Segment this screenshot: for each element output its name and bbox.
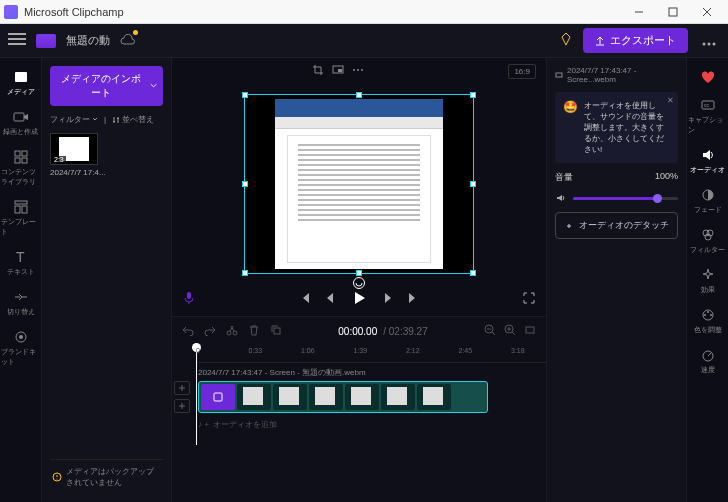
svg-rect-17 [15,206,20,213]
skip-end-button[interactable] [406,291,420,309]
svg-rect-18 [22,206,27,213]
zoom-out-button[interactable] [484,324,496,338]
rotate-handle[interactable] [353,277,365,289]
duplicate-button[interactable] [270,324,282,338]
resize-handle[interactable] [242,270,248,276]
export-button[interactable]: エクスポート [583,28,688,53]
tip-emoji-icon: 🤩 [563,100,578,155]
cloud-sync-icon[interactable] [120,32,136,50]
voiceover-button[interactable] [182,291,196,309]
window-titlebar: Microsoft Clipchamp [0,0,728,24]
left-nav-rail: メディア 録画と作成 コンテンツライブラリ テンプレート Tテキスト 切り替え … [0,58,42,502]
window-close-button[interactable] [690,1,724,23]
resize-handle[interactable] [470,270,476,276]
preview-toolbar: 16:9 [172,58,546,84]
resize-handle[interactable] [470,92,476,98]
rail-fade[interactable]: フェード [688,182,728,220]
project-name[interactable]: 無題の動 [66,33,110,48]
import-media-button[interactable]: メディアのインポート [50,66,163,106]
tip-close-button[interactable]: ✕ [667,96,674,105]
skip-start-button[interactable] [298,291,312,309]
app-topbar: 無題の動 エクスポート [0,24,728,58]
split-button[interactable] [226,324,238,338]
clip-thumbnail [237,384,271,410]
export-label: エクスポート [610,33,676,48]
rail-favorite[interactable] [688,64,728,90]
rail-transitions[interactable]: 切り替え [1,284,41,322]
resize-handle[interactable] [242,181,248,187]
window-maximize-button[interactable] [656,1,690,23]
svg-rect-16 [15,201,27,204]
selected-clip-name: 2024/7/7 17:43:47 - Scree...webm [555,66,678,84]
svg-point-8 [708,42,711,45]
rail-content-library[interactable]: コンテンツライブラリ [1,144,41,192]
rail-record[interactable]: 録画と作成 [1,104,41,142]
timeline-toolbar: 00:00.00 / 02:39.27 [172,317,546,345]
timeline-ruler[interactable]: 0 0:33 1:06 1:39 2:12 2:45 3:18 [196,345,546,363]
svg-point-32 [233,331,237,335]
detach-audio-button[interactable]: オーディオのデタッチ [555,212,678,239]
media-item[interactable]: 2:3 2024/7/7 17:4... [50,133,163,177]
center-area: 16:9 [172,58,546,502]
rail-templates[interactable]: テンプレート [1,194,41,242]
crop-button[interactable] [312,62,324,80]
resize-handle[interactable] [356,270,362,276]
rail-effects[interactable]: 効果 [688,262,728,300]
undo-button[interactable] [182,324,194,338]
video-content-mock [275,99,443,269]
next-frame-button[interactable] [380,291,394,309]
svg-text:T: T [16,249,25,265]
rail-brand-kit[interactable]: ブランドキット [1,324,41,372]
prev-frame-button[interactable] [324,291,338,309]
zoom-in-button[interactable] [504,324,516,338]
add-track-button[interactable] [174,399,190,413]
play-button[interactable] [350,289,368,311]
svg-point-9 [713,42,716,45]
rail-filters[interactable]: フィルター [688,222,728,260]
more-menu-button[interactable] [698,28,720,54]
filter-dropdown[interactable]: フィルター [50,114,98,125]
redo-button[interactable] [204,324,216,338]
window-title: Microsoft Clipchamp [24,6,622,18]
rail-text[interactable]: Tテキスト [1,244,41,282]
preview-viewport[interactable] [172,84,546,284]
aspect-ratio-button[interactable]: 16:9 [508,64,536,79]
right-nav-rail: ccキャプション オーディオ フェード フィルター 効果 色を調整 速度 [686,58,728,502]
premium-icon[interactable] [559,32,573,50]
clip-label: 2024/7/7 17:43:47 - Screen - 無題の動画.webm [198,367,366,378]
clip-thumbnail [417,384,451,410]
audio-track-placeholder[interactable]: ♪ + オーディオを追加 [198,419,277,430]
volume-slider[interactable] [555,192,678,204]
selected-clip-frame[interactable] [244,94,474,274]
rail-captions[interactable]: ccキャプション [688,92,728,140]
resize-handle[interactable] [242,92,248,98]
window-minimize-button[interactable] [622,1,656,23]
delete-button[interactable] [248,324,260,338]
svg-rect-26 [338,69,342,72]
rail-audio[interactable]: オーディオ [688,142,728,180]
clip-thumbnail [273,384,307,410]
sort-dropdown[interactable]: 並べ替え [112,114,154,125]
svg-rect-30 [187,292,191,299]
rail-media[interactable]: メディア [1,64,41,102]
rail-adjust-colors[interactable]: 色を調整 [688,302,728,340]
timeline-clip[interactable] [198,381,488,413]
svg-point-53 [704,314,706,316]
volume-label: 音量 [555,171,573,184]
svg-point-52 [710,314,712,316]
speaker-icon [555,192,567,204]
menu-button[interactable] [8,32,26,50]
pip-button[interactable] [332,62,344,80]
resize-handle[interactable] [470,181,476,187]
resize-handle[interactable] [356,92,362,98]
svg-point-28 [357,69,359,71]
timeline-tracks[interactable]: 2024/7/7 17:43:47 - Screen - 無題の動画.webm … [172,363,546,502]
svg-rect-15 [22,158,27,163]
backup-notice[interactable]: メディアはバックアップされていません [50,459,163,494]
slider-thumb[interactable] [653,194,662,203]
add-track-button[interactable] [174,381,190,395]
rail-speed[interactable]: 速度 [688,342,728,380]
zoom-fit-button[interactable] [524,324,536,338]
fullscreen-button[interactable] [522,291,536,309]
more-tools-button[interactable] [352,62,364,80]
